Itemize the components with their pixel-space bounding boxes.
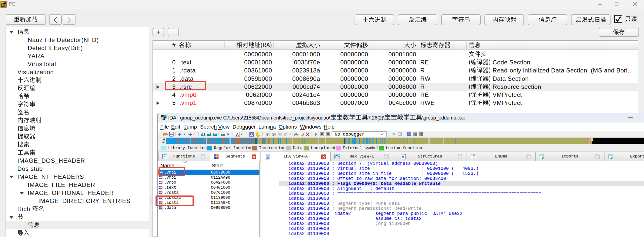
svg-text:e: e bbox=[4, 4, 6, 8]
svg-text:T: T bbox=[208, 133, 209, 135]
svg-text:#: # bbox=[202, 133, 204, 135]
svg-text:A: A bbox=[236, 132, 239, 136]
svg-text:s+: s+ bbox=[284, 134, 287, 136]
svg-text:d+: d+ bbox=[273, 134, 275, 136]
svg-text:A+: A+ bbox=[279, 134, 281, 136]
svg-text:c: c bbox=[394, 133, 396, 136]
svg-text:1: 1 bbox=[214, 133, 215, 135]
svg-text:c+: c+ bbox=[267, 134, 270, 136]
